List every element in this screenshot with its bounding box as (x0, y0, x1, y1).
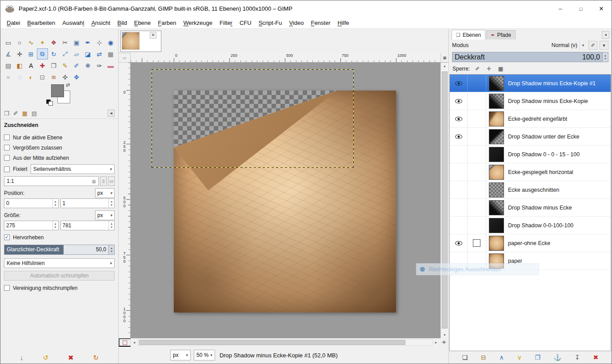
guides-dropdown[interactable]: Keine Hilfslinien (4, 258, 115, 268)
aspect-ratio-input[interactable]: 1:1 (4, 176, 99, 186)
restore-tool-options-button[interactable]: ↺ (43, 354, 48, 362)
default-colors-icon[interactable] (46, 99, 53, 105)
layer-row[interactable]: Drop Shadow minus Ecke-Kopie #1 (450, 75, 611, 92)
layer-link-cell[interactable] (468, 92, 486, 110)
menu-item[interactable]: Video (285, 18, 307, 28)
ruler-corner-icon[interactable] (119, 53, 131, 63)
layer-thumbnail[interactable] (489, 129, 504, 144)
layer-link-cell[interactable] (468, 217, 486, 234)
position-unit-dropdown[interactable]: px (95, 188, 115, 198)
layer-link-cell[interactable] (468, 146, 486, 163)
cage-transform-tool[interactable]: ▦ (105, 48, 116, 59)
save-tool-options-button[interactable]: ↓ (20, 354, 24, 361)
mode-dropdown[interactable]: Normal (v) (552, 42, 577, 48)
layer-row[interactable]: Drop Shadow 0 - 0 - 15 - 100 (450, 146, 611, 163)
tab-pfade[interactable]: ✒ Pfade (486, 30, 516, 40)
menu-item[interactable]: Werkzeuge (180, 18, 216, 28)
shear-tool[interactable]: ▱ (71, 48, 82, 59)
titlebar[interactable]: Paper2.xcf-1.0 (RGB-Farben 8-Bit-Gamma-G… (0, 0, 612, 17)
dock-menu-icon[interactable] (602, 31, 609, 39)
zoom-tool[interactable]: ◉ (105, 37, 116, 48)
anchor-layer-button[interactable]: ⚓ (554, 354, 561, 361)
landscape-toggle-icon[interactable]: ▭ (108, 176, 115, 186)
position-x-stepper[interactable]: 0 (4, 198, 59, 208)
new-layer-button[interactable]: ❏ (462, 354, 468, 361)
layer-visibility-toggle[interactable] (450, 128, 468, 145)
menu-item[interactable]: Ansicht (88, 18, 114, 28)
blur-sharpen-tool[interactable]: ◌ (14, 71, 25, 83)
minimize-button[interactable]: ─ (550, 0, 571, 17)
spinner-arrows-icon[interactable] (108, 199, 114, 208)
crop-tool[interactable]: ⧉ (37, 48, 48, 59)
layer-link-cell[interactable] (468, 199, 486, 216)
layer-opacity-slider[interactable]: Deckkraft 100,0 (452, 52, 608, 62)
scissors-select-tool[interactable]: ✂ (60, 37, 71, 48)
align-tool[interactable]: ⊞ (25, 48, 36, 59)
layer-row[interactable]: Drop Shadow minus Ecke (450, 199, 611, 217)
layer-thumbnail[interactable] (489, 200, 504, 215)
lower-layer-button[interactable]: ∨ (517, 354, 521, 361)
smudge-tool[interactable]: ≈ (3, 71, 14, 83)
layer-link-cell[interactable] (468, 128, 486, 145)
warp-tool[interactable]: ≋ (48, 71, 59, 83)
quick-mask-toggle[interactable] (119, 338, 131, 347)
horizontal-scrollbar[interactable] (138, 339, 432, 346)
aspect-mode-dropdown[interactable]: Seitenverhältnis (31, 164, 115, 174)
pencil-tool[interactable]: ✎ (60, 60, 71, 71)
menu-item[interactable]: Bild (114, 18, 131, 28)
checkbox-highlight[interactable] (4, 234, 10, 240)
size-unit-dropdown[interactable]: px (95, 210, 115, 220)
layer-thumbnail[interactable] (489, 218, 504, 233)
vertical-scroll-thumb[interactable] (442, 71, 448, 328)
image-tab[interactable]: ✕ (120, 31, 161, 52)
horizontal-scroll-thumb[interactable] (139, 340, 405, 345)
layer-visibility-toggle[interactable] (450, 234, 468, 252)
menu-item[interactable]: Hilfe (334, 18, 353, 28)
layer-link-cell[interactable] (468, 110, 486, 127)
layer-link-cell[interactable] (468, 163, 486, 181)
lock-alpha-icon[interactable]: ▦ (496, 66, 504, 72)
scale-tool[interactable]: ⤢ (60, 48, 71, 59)
foreground-color-swatch[interactable] (51, 84, 64, 97)
swap-colors-icon[interactable]: ⇄ (66, 82, 70, 88)
mode-options-arrow-icon[interactable]: ▾ (600, 41, 608, 50)
layer-thumbnail[interactable] (489, 76, 504, 91)
text-tool[interactable]: A (25, 60, 36, 71)
layer-thumbnail[interactable] (489, 94, 504, 109)
size-width-stepper[interactable]: 275 (4, 221, 59, 230)
tool-preset-icon[interactable]: ❒ (4, 111, 9, 116)
checkbox-shrink-merged[interactable] (4, 285, 10, 291)
checkbox-allow-grow[interactable] (4, 145, 10, 150)
pattern-icon[interactable]: ▦ (22, 111, 28, 116)
close-tab-icon[interactable]: ✕ (150, 32, 156, 39)
layer-visibility-toggle[interactable] (450, 146, 468, 163)
spinner-arrows-icon[interactable] (52, 221, 58, 230)
spinner-arrows-icon[interactable] (108, 221, 114, 230)
menu-item[interactable]: Script-Fu (255, 18, 286, 28)
navigation-icon[interactable]: ✛ (440, 338, 448, 347)
close-button[interactable]: ✕ (591, 0, 612, 17)
menu-item[interactable]: Auswahl (59, 18, 88, 28)
checkbox-from-center[interactable] (4, 155, 10, 161)
flip-tool[interactable]: ⇄ (94, 48, 105, 59)
highlight-opacity-slider[interactable]: Glanzlichter-Deckkraft 50,0 (4, 245, 115, 255)
scroll-right-icon[interactable]: ▸ (432, 338, 440, 347)
crop-selection-rect[interactable] (152, 69, 354, 168)
vertical-scrollbar[interactable]: ▴ ▾ (440, 63, 448, 338)
bucket-fill-tool[interactable]: ◧ (14, 60, 25, 71)
raise-layer-button[interactable]: ∧ (500, 354, 504, 361)
menu-item[interactable]: CFU (236, 18, 255, 28)
measure-tool[interactable]: ∡ (3, 48, 14, 59)
spinner-arrows-icon[interactable] (52, 199, 58, 208)
layer-link-cell[interactable] (468, 234, 486, 252)
perspective-tool[interactable]: ◪ (82, 48, 93, 59)
layer-thumbnail[interactable] (489, 182, 504, 198)
canvas[interactable] (131, 63, 440, 338)
maximize-button[interactable]: □ (571, 0, 591, 17)
select-by-color-tool[interactable]: ❖ (48, 37, 59, 48)
lock-pixels-icon[interactable]: ✐ (473, 66, 481, 72)
zoom-fit-icon[interactable] (440, 53, 448, 63)
scroll-down-icon[interactable]: ▾ (441, 333, 448, 337)
rectangle-select-tool[interactable]: ▭ (3, 37, 14, 48)
unit-dropdown[interactable]: px (170, 350, 191, 360)
